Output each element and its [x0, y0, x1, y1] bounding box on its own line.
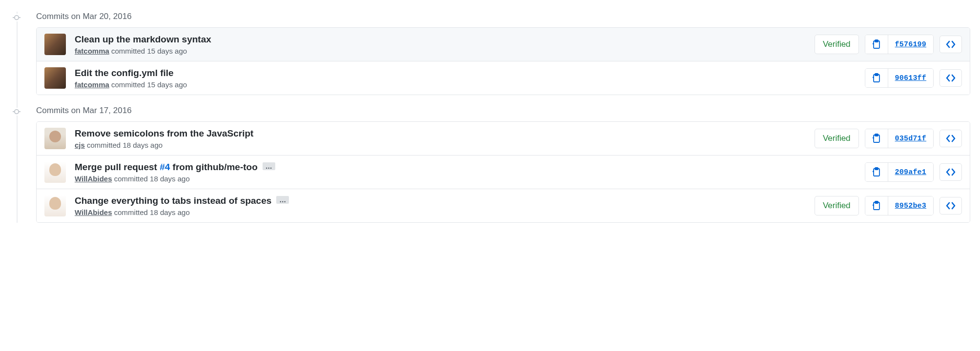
clipboard-icon: [872, 134, 881, 143]
commit-time: committed 18 days ago: [114, 208, 190, 216]
verified-badge[interactable]: Verified: [815, 196, 859, 215]
copy-sha-button[interactable]: [865, 129, 888, 148]
commit-title-text: Remove semicolons from the JavaScript: [75, 128, 253, 138]
commit-title-text: Change everything to tabs instead of spa…: [75, 195, 271, 206]
commit-title-text: from github/me-too: [170, 162, 257, 172]
clipboard-icon: [872, 201, 881, 211]
svg-point-7: [15, 110, 19, 114]
commit-title-link[interactable]: Change everything to tabs instead of spa…: [75, 195, 271, 206]
avatar[interactable]: [44, 195, 66, 216]
commit-time: committed 18 days ago: [114, 175, 190, 183]
commit-main: Clean up the markdown syntaxfatcomma com…: [75, 34, 807, 55]
commit-list: Clean up the markdown syntaxfatcomma com…: [36, 27, 970, 95]
commit-meta: WillAbides committed 18 days ago: [75, 208, 807, 216]
commit-main: Edit the config.yml filefatcomma committ…: [75, 67, 857, 89]
svg-point-0: [15, 16, 19, 20]
commit-actions: 90613ff: [865, 68, 962, 88]
commit-title-text: Edit the config.yml file: [75, 68, 174, 78]
code-icon: [946, 40, 956, 48]
sha-button-group: 8952be3: [865, 196, 934, 215]
commit-row: Edit the config.yml filefatcomma committ…: [37, 61, 970, 95]
author-link[interactable]: cjs: [75, 141, 85, 149]
sha-button-group: 209afe1: [865, 162, 934, 182]
author-link[interactable]: fatcomma: [75, 47, 109, 55]
browse-code-button[interactable]: [939, 69, 962, 87]
expand-description-button[interactable]: …: [276, 196, 289, 204]
sha-link[interactable]: 90613ff: [888, 69, 933, 87]
commit-title-link[interactable]: Clean up the markdown syntax: [75, 34, 211, 44]
verified-badge[interactable]: Verified: [815, 129, 859, 148]
commit-meta: fatcomma committed 15 days ago: [75, 47, 807, 55]
commit-actions: Verified035d71f: [815, 129, 962, 148]
commit-title-text: Clean up the markdown syntax: [75, 34, 211, 44]
clipboard-icon: [872, 73, 881, 83]
commit-main: Merge pull request #4 from github/me-too…: [75, 161, 857, 183]
code-icon: [946, 74, 956, 82]
expand-description-button[interactable]: …: [263, 162, 275, 170]
commit-time: committed 15 days ago: [111, 80, 187, 89]
commit-title: Merge pull request #4 from github/me-too…: [75, 161, 857, 174]
pull-request-link[interactable]: #4: [160, 162, 170, 172]
commit-meta: WillAbides committed 18 days ago: [75, 175, 857, 183]
browse-code-button[interactable]: [939, 36, 962, 53]
commit-title: Remove semicolons from the JavaScript: [75, 128, 807, 140]
commit-list: Remove semicolons from the JavaScriptcjs…: [36, 121, 970, 223]
code-icon: [946, 168, 956, 176]
commit-actions: Verified8952be3: [815, 196, 962, 215]
commit-title: Change everything to tabs instead of spa…: [75, 195, 807, 207]
code-icon: [946, 135, 956, 142]
sha-link[interactable]: 035d71f: [888, 129, 933, 148]
sha-link[interactable]: 209afe1: [888, 163, 933, 181]
author-link[interactable]: WillAbides: [75, 175, 112, 183]
commit-title-link[interactable]: Edit the config.yml file: [75, 68, 174, 78]
commit-meta: cjs committed 18 days ago: [75, 141, 807, 149]
sha-link[interactable]: 8952be3: [888, 196, 933, 215]
clipboard-icon: [872, 39, 881, 49]
avatar[interactable]: [44, 67, 66, 89]
commit-actions: Verifiedf576199: [815, 35, 962, 54]
verified-badge[interactable]: Verified: [815, 35, 859, 54]
commit-main: Remove semicolons from the JavaScriptcjs…: [75, 128, 807, 149]
code-icon: [946, 202, 956, 210]
copy-sha-button[interactable]: [865, 196, 888, 215]
sha-button-group: f576199: [865, 35, 934, 54]
copy-sha-button[interactable]: [865, 35, 888, 54]
commit-group-heading: Commits on Mar 20, 2016: [36, 12, 970, 21]
avatar[interactable]: [44, 128, 66, 149]
commit-row: Merge pull request #4 from github/me-too…: [37, 155, 970, 189]
avatar[interactable]: [44, 34, 66, 55]
timeline-line: [17, 12, 18, 223]
commit-timeline: Commits on Mar 20, 2016Clean up the mark…: [10, 12, 970, 223]
git-commit-icon: [13, 108, 20, 116]
group-heading-text: Commits on Mar 17, 2016: [36, 106, 132, 115]
author-link[interactable]: WillAbides: [75, 208, 112, 216]
copy-sha-button[interactable]: [865, 69, 888, 87]
commit-actions: 209afe1: [865, 162, 962, 182]
commit-row: Change everything to tabs instead of spa…: [37, 189, 970, 222]
browse-code-button[interactable]: [939, 130, 962, 147]
commit-group-heading: Commits on Mar 17, 2016: [36, 106, 970, 116]
commit-row: Remove semicolons from the JavaScriptcjs…: [37, 122, 970, 155]
browse-code-button[interactable]: [939, 197, 962, 214]
git-commit-icon: [13, 14, 20, 21]
commit-title: Edit the config.yml file: [75, 67, 857, 79]
commit-main: Change everything to tabs instead of spa…: [75, 195, 807, 216]
commit-meta: fatcomma committed 15 days ago: [75, 80, 857, 89]
commit-row: Clean up the markdown syntaxfatcomma com…: [37, 28, 970, 61]
group-heading-text: Commits on Mar 20, 2016: [36, 12, 132, 21]
copy-sha-button[interactable]: [865, 163, 888, 181]
author-link[interactable]: fatcomma: [75, 80, 109, 89]
commit-title-link[interactable]: Remove semicolons from the JavaScript: [75, 128, 253, 138]
sha-link[interactable]: f576199: [888, 35, 933, 54]
browse-code-button[interactable]: [939, 163, 962, 181]
clipboard-icon: [872, 167, 881, 177]
commit-title: Clean up the markdown syntax: [75, 34, 807, 46]
commit-time: committed 18 days ago: [87, 141, 163, 149]
sha-button-group: 035d71f: [865, 129, 934, 148]
commit-time: committed 15 days ago: [111, 47, 187, 55]
avatar[interactable]: [44, 161, 66, 183]
commit-title-text: Merge pull request: [75, 162, 160, 172]
commit-title-link[interactable]: Merge pull request #4 from github/me-too: [75, 162, 258, 172]
sha-button-group: 90613ff: [865, 68, 934, 88]
